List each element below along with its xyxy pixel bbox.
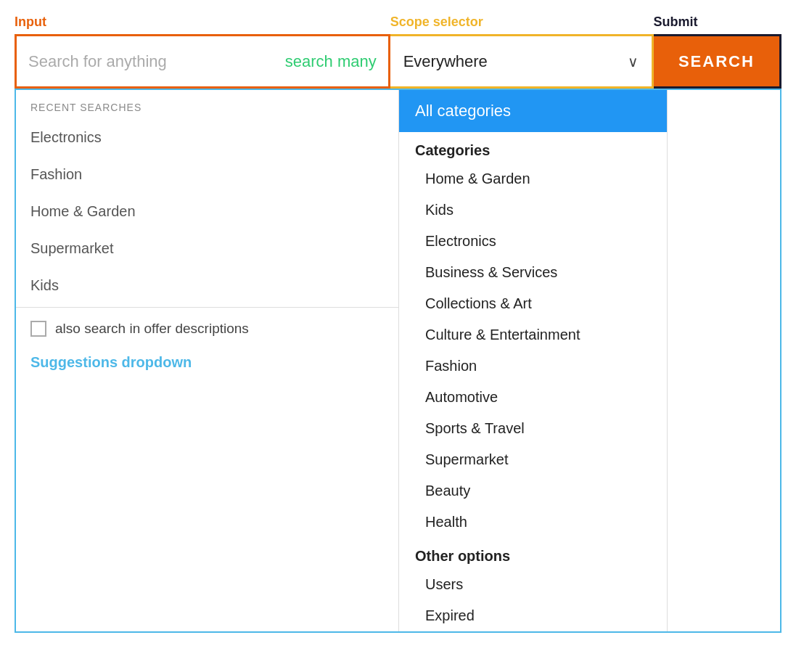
dropdown-item-electronics[interactable]: Electronics	[399, 226, 667, 257]
scope-label: Scope selector	[390, 15, 654, 30]
dropdown-all-categories[interactable]: All categories	[399, 90, 667, 132]
dropdown-item-users[interactable]: Users	[399, 569, 667, 600]
scope-value: Everywhere	[403, 52, 628, 71]
dropdown-item-supermarket[interactable]: Supermarket	[399, 444, 667, 475]
suggestions-dropdown-label: Suggestions dropdown	[16, 347, 398, 375]
recent-searches-label: RECENT SEARCHES	[16, 90, 398, 119]
chevron-down-icon: ∨	[628, 53, 639, 70]
suggestions-panel: RECENT SEARCHES Electronics Fashion Home…	[16, 90, 399, 631]
suggestion-item-kids[interactable]: Kids	[16, 267, 398, 304]
suggestion-item-fashion[interactable]: Fashion	[16, 156, 398, 193]
dropdown-categories-label: Categories	[399, 132, 667, 163]
suggestion-item-supermarket[interactable]: Supermarket	[16, 230, 398, 267]
scope-selector[interactable]: Everywhere ∨	[390, 34, 654, 89]
search-input-box[interactable]: Search for anything search many	[15, 34, 390, 89]
also-search-checkbox[interactable]	[30, 321, 46, 337]
also-search-row: also search in offer descriptions	[16, 311, 398, 347]
dropdown-item-beauty[interactable]: Beauty	[399, 475, 667, 507]
search-button[interactable]: SEARCH	[654, 34, 781, 89]
dropdown-item-culture-entertainment[interactable]: Culture & Entertainment	[399, 319, 667, 351]
dropdown-item-health[interactable]: Health	[399, 507, 667, 538]
also-search-label: also search in offer descriptions	[55, 321, 249, 337]
search-placeholder: Search for anything	[28, 52, 285, 71]
dropdown-item-home-garden[interactable]: Home & Garden	[399, 163, 667, 194]
input-label: Input	[15, 15, 390, 30]
search-many-link[interactable]: search many	[285, 52, 377, 71]
submit-label: Submit	[654, 15, 782, 30]
dropdown-other-options-label: Other options	[399, 538, 667, 569]
dropdown-item-fashion[interactable]: Fashion	[399, 351, 667, 382]
dropdown-item-expired[interactable]: Expired	[399, 600, 667, 631]
dropdown-item-kids[interactable]: Kids	[399, 194, 667, 226]
divider	[16, 307, 398, 308]
dropdown-item-automotive[interactable]: Automotive	[399, 382, 667, 413]
right-panel	[668, 90, 780, 631]
suggestion-item-home-garden[interactable]: Home & Garden	[16, 193, 398, 230]
scope-dropdown: All categories Categories Home & Garden …	[399, 90, 668, 631]
dropdown-item-collections-art[interactable]: Collections & Art	[399, 288, 667, 319]
suggestion-item-electronics[interactable]: Electronics	[16, 119, 398, 156]
dropdown-item-business-services[interactable]: Business & Services	[399, 257, 667, 288]
dropdown-item-sports-travel[interactable]: Sports & Travel	[399, 413, 667, 444]
